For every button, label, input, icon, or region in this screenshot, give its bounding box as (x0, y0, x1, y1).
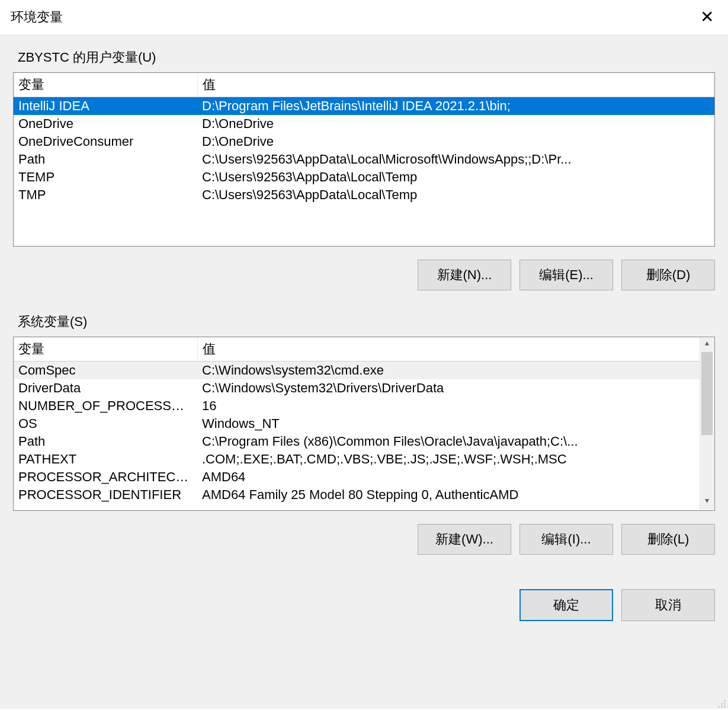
system-delete-button[interactable]: 删除(L) (621, 524, 715, 555)
cell-value: .COM;.EXE;.BAT;.CMD;.VBS;.VBE;.JS;.JSE;.… (197, 450, 700, 468)
cell-variable: PROCESSOR_IDENTIFIER (14, 486, 197, 504)
cell-variable: OneDriveConsumer (14, 133, 197, 151)
cell-value: AMD64 (197, 468, 700, 486)
system-new-button[interactable]: 新建(W)... (418, 524, 511, 555)
scroll-up-icon[interactable]: ▴ (700, 338, 714, 352)
user-col-value[interactable]: 值 (197, 73, 714, 97)
scroll-thumb[interactable] (701, 352, 713, 435)
cell-value: D:\OneDrive (197, 115, 714, 133)
user-vars-table-container: 变量 值 IntelliJ IDEAD:\Program Files\JetBr… (13, 72, 715, 247)
user-vars-label: ZBYSTC 的用户变量(U) (13, 49, 715, 66)
cancel-button[interactable]: 取消 (621, 589, 715, 621)
cell-variable: DriverData (14, 379, 197, 397)
dialog-buttons-row: 确定 取消 (13, 589, 715, 621)
user-buttons-row: 新建(N)... 编辑(E)... 删除(D) (13, 260, 715, 290)
cell-value: C:\Program Files (x86)\Common Files\Orac… (197, 433, 700, 450)
table-row[interactable]: PROCESSOR_ARCHITECTU...AMD64 (14, 468, 700, 486)
system-scrollbar[interactable]: ▴ ▾ (700, 338, 714, 510)
cell-value: C:\Users\92563\AppData\Local\Temp (197, 186, 714, 204)
system-vars-label: 系统变量(S) (13, 313, 715, 331)
ok-button[interactable]: 确定 (519, 589, 613, 621)
cell-variable: TMP (14, 186, 197, 204)
user-new-button[interactable]: 新建(N)... (418, 260, 511, 290)
cell-variable: TEMP (14, 168, 197, 186)
table-row[interactable]: TEMPC:\Users\92563\AppData\Local\Temp (14, 168, 714, 186)
cell-variable: OneDrive (14, 115, 197, 133)
system-vars-table-container: 变量 值 ComSpecC:\Windows\system32\cmd.exeD… (13, 337, 715, 511)
table-row[interactable]: OneDriveD:\OneDrive (14, 115, 714, 133)
user-delete-button[interactable]: 删除(D) (621, 260, 715, 290)
system-edit-button[interactable]: 编辑(I)... (519, 524, 613, 555)
cell-variable: PATHEXT (14, 450, 197, 468)
cell-value: Windows_NT (197, 415, 700, 433)
table-row[interactable]: PathC:\Users\92563\AppData\Local\Microso… (14, 151, 714, 168)
cell-value: D:\OneDrive (197, 133, 714, 151)
system-vars-table[interactable]: 变量 值 ComSpecC:\Windows\system32\cmd.exeD… (14, 337, 700, 504)
cell-variable: NUMBER_OF_PROCESSORS (14, 397, 197, 415)
cell-value: C:\Users\92563\AppData\Local\Temp (197, 168, 714, 186)
table-row[interactable]: PATHEXT.COM;.EXE;.BAT;.CMD;.VBS;.VBE;.JS… (14, 450, 700, 468)
cell-value: C:\Windows\system32\cmd.exe (197, 362, 700, 380)
table-row[interactable]: PROCESSOR_IDENTIFIERAMD64 Family 25 Mode… (14, 486, 700, 504)
cell-variable: OS (14, 415, 197, 433)
cell-variable: Path (14, 151, 197, 168)
system-buttons-row: 新建(W)... 编辑(I)... 删除(L) (13, 524, 715, 555)
table-row[interactable]: NUMBER_OF_PROCESSORS16 (14, 397, 700, 415)
cell-variable: ComSpec (14, 362, 197, 380)
user-col-variable[interactable]: 变量 (14, 73, 197, 97)
close-icon[interactable]: ✕ (697, 9, 717, 25)
system-col-variable[interactable]: 变量 (14, 337, 197, 362)
user-vars-table[interactable]: 变量 值 IntelliJ IDEAD:\Program Files\JetBr… (14, 73, 714, 204)
system-col-value[interactable]: 值 (197, 337, 700, 362)
cell-variable: PROCESSOR_ARCHITECTU... (14, 468, 197, 486)
dialog-content: ZBYSTC 的用户变量(U) 变量 值 IntelliJ IDEAD:\Pro… (0, 34, 728, 709)
table-row[interactable]: PathC:\Program Files (x86)\Common Files\… (14, 433, 700, 450)
cell-value: C:\Windows\System32\Drivers\DriverData (197, 379, 700, 397)
table-row[interactable]: DriverDataC:\Windows\System32\Drivers\Dr… (14, 379, 700, 397)
titlebar: 环境变量 ✕ (0, 0, 728, 34)
table-row[interactable]: ComSpecC:\Windows\system32\cmd.exe (14, 362, 700, 380)
user-edit-button[interactable]: 编辑(E)... (519, 260, 613, 290)
scroll-down-icon[interactable]: ▾ (700, 495, 714, 510)
cell-value: D:\Program Files\JetBrains\IntelliJ IDEA… (197, 97, 714, 116)
cell-variable: IntelliJ IDEA (14, 97, 197, 116)
resize-grip-icon[interactable] (715, 697, 726, 708)
cell-value: 16 (197, 397, 700, 415)
cell-variable: Path (14, 433, 197, 450)
cell-value: C:\Users\92563\AppData\Local\Microsoft\W… (197, 151, 714, 168)
table-row[interactable]: OneDriveConsumerD:\OneDrive (14, 133, 714, 151)
cell-value: AMD64 Family 25 Model 80 Stepping 0, Aut… (197, 486, 700, 504)
table-row[interactable]: OSWindows_NT (14, 415, 700, 433)
table-row[interactable]: TMPC:\Users\92563\AppData\Local\Temp (14, 186, 714, 204)
dialog-title: 环境变量 (11, 8, 63, 26)
table-row[interactable]: IntelliJ IDEAD:\Program Files\JetBrains\… (14, 97, 714, 116)
